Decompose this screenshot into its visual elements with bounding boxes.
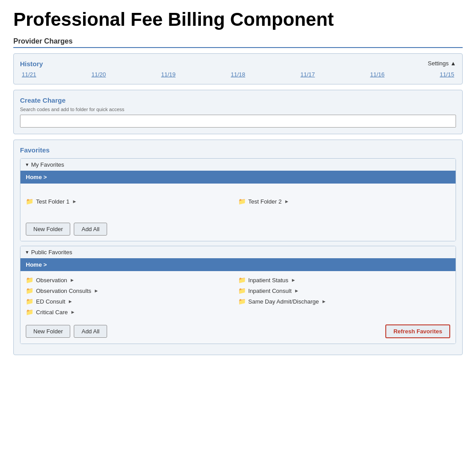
- folder-name: Observation Consults: [36, 288, 91, 294]
- page-title: Professional Fee Billing Component: [13, 9, 463, 30]
- public-folder-item[interactable]: 📁 Inpatient Status ►: [238, 276, 451, 284]
- folder-arrow-icon: ►: [94, 288, 99, 293]
- my-favorites-label: My Favorites: [31, 161, 64, 168]
- folder-arrow-icon: ►: [72, 199, 77, 204]
- create-charge-title: Create Charge: [20, 96, 456, 104]
- history-dates: 11/2111/2011/1911/1811/1711/1611/15: [20, 71, 456, 78]
- search-input[interactable]: [20, 115, 456, 128]
- history-date[interactable]: 11/16: [370, 71, 385, 78]
- history-title: History: [20, 60, 456, 68]
- history-date[interactable]: 11/20: [92, 71, 106, 78]
- public-folder-item[interactable]: 📁 Inpatient Consult ►: [238, 287, 451, 294]
- folder-arrow-icon: ►: [284, 199, 289, 204]
- my-folder-item[interactable]: 📁 Test Folder 1 ►: [26, 189, 238, 214]
- folder-name: Observation: [36, 277, 67, 284]
- folder-icon: 📁: [238, 198, 246, 205]
- folder-name: Same Day Admit/Discharge: [248, 298, 319, 305]
- folder-name: Inpatient Consult: [248, 288, 292, 294]
- my-new-folder-button[interactable]: New Folder: [26, 223, 70, 236]
- my-favorites-nav[interactable]: Home >: [20, 171, 456, 184]
- folder-name: ED Consult: [36, 298, 65, 305]
- my-add-all-button[interactable]: Add All: [74, 223, 107, 236]
- folder-name: Critical Care: [36, 309, 68, 316]
- settings-link[interactable]: Settings ▲: [428, 60, 456, 67]
- my-folder-item[interactable]: 📁 Test Folder 2 ►: [238, 189, 451, 214]
- folder-name: Test Folder 2: [248, 198, 282, 205]
- history-date[interactable]: 11/15: [440, 71, 454, 78]
- folder-icon: 📁: [238, 276, 246, 284]
- my-favorites-section: ▼ My Favorites Home > 📁 Test Folder 1 ►📁…: [20, 158, 456, 241]
- folder-icon: 📁: [26, 198, 33, 205]
- folder-arrow-icon: ►: [294, 288, 299, 293]
- collapse-arrow-my: ▼: [25, 162, 29, 167]
- folder-arrow-icon: ►: [321, 299, 326, 304]
- refresh-favorites-button[interactable]: Refresh Favorites: [385, 324, 450, 338]
- folder-icon: 📁: [238, 298, 246, 305]
- public-folder-item[interactable]: 📁 ED Consult ►: [26, 298, 238, 305]
- public-favorites-nav[interactable]: Home >: [20, 258, 456, 271]
- public-new-folder-button[interactable]: New Folder: [26, 325, 70, 338]
- folder-arrow-icon: ►: [291, 277, 296, 283]
- public-add-all-button[interactable]: Add All: [74, 325, 107, 338]
- collapse-arrow-public: ▼: [25, 250, 29, 255]
- history-date[interactable]: 11/21: [22, 71, 36, 78]
- favorites-title: Favorites: [20, 146, 456, 154]
- public-favorites-section: ▼ Public Favorites Home > 📁 Observation …: [20, 246, 456, 344]
- folder-name: Test Folder 1: [36, 198, 69, 205]
- folder-arrow-icon: ►: [68, 299, 73, 304]
- folder-icon: 📁: [26, 298, 33, 305]
- search-hint: Search codes and add to folder for quick…: [20, 107, 456, 112]
- section-header: Provider Charges: [13, 37, 463, 48]
- public-folder-item[interactable]: 📁 Observation ►: [26, 276, 238, 284]
- history-date[interactable]: 11/19: [161, 71, 176, 78]
- my-favorites-grid: 📁 Test Folder 1 ►📁 Test Folder 2 ►: [20, 184, 456, 219]
- public-favorites-toggle[interactable]: ▼ Public Favorites: [20, 246, 456, 258]
- folder-arrow-icon: ►: [70, 277, 75, 283]
- folder-icon: 📁: [26, 308, 33, 316]
- my-favorites-toggle[interactable]: ▼ My Favorites: [20, 159, 456, 171]
- public-folder-item[interactable]: 📁 Critical Care ►: [26, 308, 238, 316]
- folder-name: Inpatient Status: [248, 277, 288, 284]
- folder-arrow-icon: ►: [71, 309, 76, 315]
- public-favorites-btn-row: New Folder Add All Refresh Favorites: [20, 321, 456, 344]
- public-favorites-label: Public Favorites: [31, 249, 72, 256]
- history-card: History Settings ▲ 11/2111/2011/1911/181…: [13, 53, 463, 84]
- folder-icon: 📁: [26, 287, 33, 294]
- my-favorites-btn-row: New Folder Add All: [20, 219, 456, 241]
- history-date[interactable]: 11/17: [300, 71, 315, 78]
- folder-icon: 📁: [26, 276, 33, 284]
- favorites-card: Favorites ▼ My Favorites Home > 📁 Test F…: [13, 140, 463, 355]
- history-date[interactable]: 11/18: [231, 71, 245, 78]
- folder-icon: 📁: [238, 287, 246, 294]
- public-folder-item[interactable]: 📁 Same Day Admit/Discharge ►: [238, 298, 451, 305]
- public-favorites-grid: 📁 Observation ►📁 Observation Consults ►📁…: [20, 271, 456, 321]
- create-charge-card: Create Charge Search codes and add to fo…: [13, 90, 463, 134]
- public-folder-item[interactable]: 📁 Observation Consults ►: [26, 287, 238, 294]
